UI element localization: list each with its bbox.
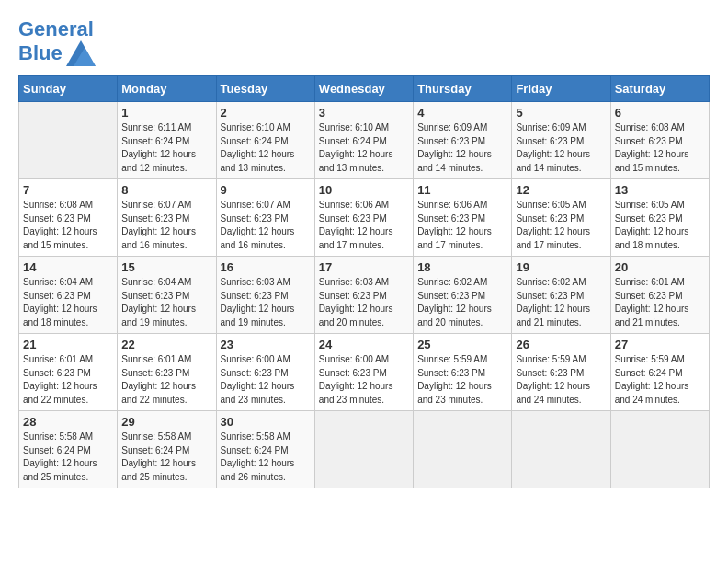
day-info: Sunrise: 6:11 AM Sunset: 6:24 PM Dayligh… — [121, 121, 211, 175]
calendar-cell: 20 Sunrise: 6:01 AM Sunset: 6:23 PM Dayl… — [610, 257, 709, 334]
day-info: Sunrise: 6:03 AM Sunset: 6:23 PM Dayligh… — [319, 276, 409, 329]
day-number: 17 — [319, 260, 409, 274]
day-number: 30 — [221, 415, 311, 429]
calendar-cell: 28 Sunrise: 5:58 AM Sunset: 6:24 PM Dayl… — [19, 411, 118, 488]
day-info: Sunrise: 6:05 AM Sunset: 6:23 PM Dayligh… — [615, 199, 705, 252]
day-info: Sunrise: 6:09 AM Sunset: 6:23 PM Dayligh… — [516, 121, 606, 175]
day-number: 19 — [516, 260, 606, 274]
logo: General Blue — [18, 18, 96, 66]
calendar-cell: 1 Sunrise: 6:11 AM Sunset: 6:24 PM Dayli… — [118, 102, 216, 179]
calendar-cell — [414, 411, 512, 488]
calendar-cell: 16 Sunrise: 6:03 AM Sunset: 6:23 PM Dayl… — [216, 257, 314, 334]
calendar-cell: 26 Sunrise: 5:59 AM Sunset: 6:23 PM Dayl… — [512, 334, 610, 411]
calendar-cell: 5 Sunrise: 6:09 AM Sunset: 6:23 PM Dayli… — [512, 102, 610, 179]
calendar-cell: 22 Sunrise: 6:01 AM Sunset: 6:23 PM Dayl… — [118, 334, 216, 411]
day-info: Sunrise: 6:09 AM Sunset: 6:23 PM Dayligh… — [417, 121, 507, 175]
calendar-cell: 29 Sunrise: 5:58 AM Sunset: 6:24 PM Dayl… — [118, 411, 216, 488]
day-number: 4 — [417, 106, 507, 120]
weekday-header-friday: Friday — [512, 76, 610, 102]
day-number: 2 — [221, 106, 311, 120]
day-info: Sunrise: 5:58 AM Sunset: 6:24 PM Dayligh… — [121, 431, 211, 484]
day-number: 5 — [516, 106, 606, 120]
day-info: Sunrise: 6:03 AM Sunset: 6:23 PM Dayligh… — [221, 276, 311, 329]
calendar-cell: 30 Sunrise: 5:58 AM Sunset: 6:24 PM Dayl… — [216, 411, 314, 488]
day-info: Sunrise: 6:05 AM Sunset: 6:23 PM Dayligh… — [516, 199, 606, 252]
day-info: Sunrise: 6:07 AM Sunset: 6:23 PM Dayligh… — [121, 199, 211, 252]
day-number: 18 — [417, 260, 507, 274]
day-number: 21 — [23, 338, 113, 351]
calendar-cell: 27 Sunrise: 5:59 AM Sunset: 6:24 PM Dayl… — [610, 334, 709, 411]
day-number: 3 — [319, 106, 409, 120]
calendar-cell: 18 Sunrise: 6:02 AM Sunset: 6:23 PM Dayl… — [414, 257, 512, 334]
day-number: 16 — [221, 260, 311, 274]
day-number: 24 — [319, 338, 409, 351]
calendar-cell: 21 Sunrise: 6:01 AM Sunset: 6:23 PM Dayl… — [19, 334, 118, 411]
day-info: Sunrise: 6:01 AM Sunset: 6:23 PM Dayligh… — [615, 276, 705, 329]
day-info: Sunrise: 6:02 AM Sunset: 6:23 PM Dayligh… — [516, 276, 606, 329]
day-info: Sunrise: 6:08 AM Sunset: 6:23 PM Dayligh… — [23, 199, 113, 252]
day-info: Sunrise: 6:06 AM Sunset: 6:23 PM Dayligh… — [319, 199, 409, 252]
calendar-cell — [610, 411, 709, 488]
day-info: Sunrise: 6:04 AM Sunset: 6:23 PM Dayligh… — [23, 276, 113, 329]
weekday-header-saturday: Saturday — [610, 76, 709, 102]
day-number: 29 — [121, 415, 211, 429]
calendar-cell: 24 Sunrise: 6:00 AM Sunset: 6:23 PM Dayl… — [314, 334, 413, 411]
calendar-cell: 17 Sunrise: 6:03 AM Sunset: 6:23 PM Dayl… — [314, 257, 413, 334]
day-info: Sunrise: 5:59 AM Sunset: 6:24 PM Dayligh… — [615, 353, 705, 407]
calendar-cell: 25 Sunrise: 5:59 AM Sunset: 6:23 PM Dayl… — [414, 334, 512, 411]
day-number: 22 — [121, 338, 211, 351]
day-info: Sunrise: 6:02 AM Sunset: 6:23 PM Dayligh… — [417, 276, 507, 329]
calendar-cell: 9 Sunrise: 6:07 AM Sunset: 6:23 PM Dayli… — [216, 179, 314, 257]
day-info: Sunrise: 5:59 AM Sunset: 6:23 PM Dayligh… — [417, 353, 507, 407]
day-info: Sunrise: 6:10 AM Sunset: 6:24 PM Dayligh… — [319, 121, 409, 175]
day-number: 12 — [516, 183, 606, 197]
logo-text: General — [18, 18, 96, 40]
day-number: 27 — [615, 338, 705, 351]
calendar-cell — [19, 102, 118, 179]
day-info: Sunrise: 6:08 AM Sunset: 6:23 PM Dayligh… — [615, 121, 705, 175]
calendar-cell: 11 Sunrise: 6:06 AM Sunset: 6:23 PM Dayl… — [414, 179, 512, 257]
calendar-cell: 19 Sunrise: 6:02 AM Sunset: 6:23 PM Dayl… — [512, 257, 610, 334]
logo-icon — [66, 40, 96, 66]
day-number: 14 — [23, 260, 113, 274]
weekday-header-tuesday: Tuesday — [216, 76, 314, 102]
day-info: Sunrise: 6:04 AM Sunset: 6:23 PM Dayligh… — [121, 276, 211, 329]
calendar-cell: 6 Sunrise: 6:08 AM Sunset: 6:23 PM Dayli… — [610, 102, 709, 179]
calendar-cell: 10 Sunrise: 6:06 AM Sunset: 6:23 PM Dayl… — [314, 179, 413, 257]
day-number: 8 — [121, 183, 211, 197]
logo-blue: Blue — [18, 42, 63, 64]
calendar-cell: 4 Sunrise: 6:09 AM Sunset: 6:23 PM Dayli… — [414, 102, 512, 179]
weekday-header-wednesday: Wednesday — [314, 76, 413, 102]
day-number: 28 — [23, 415, 113, 429]
day-number: 26 — [516, 338, 606, 351]
day-info: Sunrise: 6:00 AM Sunset: 6:23 PM Dayligh… — [221, 353, 311, 407]
day-info: Sunrise: 6:10 AM Sunset: 6:24 PM Dayligh… — [221, 121, 311, 175]
calendar-cell: 13 Sunrise: 6:05 AM Sunset: 6:23 PM Dayl… — [610, 179, 709, 257]
calendar-cell: 2 Sunrise: 6:10 AM Sunset: 6:24 PM Dayli… — [216, 102, 314, 179]
header: General Blue — [18, 18, 710, 66]
calendar-cell: 12 Sunrise: 6:05 AM Sunset: 6:23 PM Dayl… — [512, 179, 610, 257]
calendar-table: SundayMondayTuesdayWednesdayThursdayFrid… — [18, 75, 710, 488]
day-number: 10 — [319, 183, 409, 197]
day-number: 15 — [121, 260, 211, 274]
day-info: Sunrise: 5:58 AM Sunset: 6:24 PM Dayligh… — [221, 431, 311, 484]
day-number: 23 — [221, 338, 311, 351]
day-info: Sunrise: 6:01 AM Sunset: 6:23 PM Dayligh… — [23, 353, 113, 407]
day-number: 1 — [121, 106, 211, 120]
weekday-header-thursday: Thursday — [414, 76, 512, 102]
day-number: 13 — [615, 183, 705, 197]
calendar-cell — [314, 411, 413, 488]
day-info: Sunrise: 6:06 AM Sunset: 6:23 PM Dayligh… — [417, 199, 507, 252]
day-info: Sunrise: 6:01 AM Sunset: 6:23 PM Dayligh… — [121, 353, 211, 407]
calendar-cell: 15 Sunrise: 6:04 AM Sunset: 6:23 PM Dayl… — [118, 257, 216, 334]
day-number: 9 — [221, 183, 311, 197]
day-number: 11 — [417, 183, 507, 197]
day-info: Sunrise: 5:59 AM Sunset: 6:23 PM Dayligh… — [516, 353, 606, 407]
calendar-cell: 7 Sunrise: 6:08 AM Sunset: 6:23 PM Dayli… — [19, 179, 118, 257]
day-number: 20 — [615, 260, 705, 274]
calendar-cell: 14 Sunrise: 6:04 AM Sunset: 6:23 PM Dayl… — [19, 257, 118, 334]
weekday-header-sunday: Sunday — [19, 76, 118, 102]
day-info: Sunrise: 5:58 AM Sunset: 6:24 PM Dayligh… — [23, 431, 113, 484]
calendar-cell — [512, 411, 610, 488]
day-number: 25 — [417, 338, 507, 351]
